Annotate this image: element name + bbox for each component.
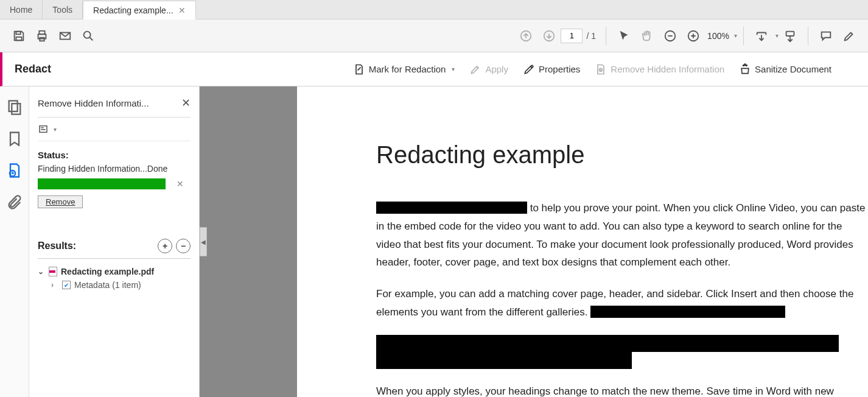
document-page: Redacting example to help you prove your… — [297, 86, 868, 397]
tree-metadata-row[interactable]: › ✔ Metadata (1 item) — [38, 278, 191, 292]
tab-home[interactable]: Home — [0, 1, 43, 19]
properties-button[interactable]: Properties — [523, 63, 580, 76]
remove-button[interactable]: Remove — [38, 195, 83, 208]
expand-all-icon[interactable]: + — [158, 239, 172, 253]
svg-point-12 — [531, 65, 533, 67]
cancel-icon[interactable]: ✕ — [177, 179, 184, 189]
mark-for-redaction-button[interactable]: Mark for Redaction ▾ — [353, 63, 455, 76]
chevron-down-icon[interactable]: ▾ — [734, 32, 737, 39]
highlight-icon[interactable] — [838, 24, 861, 47]
chevron-down-icon: ▾ — [54, 126, 57, 133]
page-up-icon[interactable] — [514, 24, 537, 47]
tab-tools[interactable]: Tools — [43, 1, 83, 19]
fit-width-icon[interactable] — [750, 24, 773, 47]
mail-icon[interactable] — [54, 24, 77, 47]
save-icon[interactable] — [7, 24, 30, 47]
svg-point-14 — [743, 65, 744, 66]
svg-rect-3 — [39, 30, 44, 34]
svg-rect-17 — [9, 101, 17, 112]
page-number-input[interactable] — [561, 29, 583, 43]
panel-options-button[interactable]: ▾ — [38, 118, 191, 141]
sanitize-document-button[interactable]: Sanitize Document — [739, 63, 831, 76]
hand-icon[interactable] — [635, 24, 659, 47]
scroll-mode-icon[interactable] — [779, 24, 802, 47]
close-icon[interactable]: ✕ — [178, 5, 186, 15]
document-title: Redacting example — [376, 141, 868, 169]
apply-button: Apply — [469, 63, 508, 76]
svg-rect-1 — [16, 37, 21, 40]
panel-title: Remove Hidden Informati... — [38, 98, 149, 108]
collapse-panel-icon[interactable]: ◀ — [200, 227, 207, 256]
remove-hidden-info-button: Remove Hidden Information — [595, 63, 724, 76]
tab-document-active[interactable]: Redacting example... ✕ — [83, 1, 196, 19]
chevron-down-icon: ▾ — [452, 66, 455, 72]
pdf-file-icon — [49, 267, 57, 276]
comment-icon[interactable] — [814, 24, 838, 47]
tree-file-row[interactable]: ⌄ Redacting example.pdf — [38, 265, 191, 278]
svg-rect-11 — [786, 31, 794, 35]
zoom-in-icon[interactable] — [682, 24, 705, 47]
redaction-mark — [376, 352, 632, 369]
document-paragraph: For example, you can add a matching cove… — [376, 285, 868, 321]
collapse-all-icon[interactable]: − — [176, 239, 191, 253]
document-paragraph: to help you prove your point. When you c… — [376, 199, 868, 272]
redaction-mark — [590, 306, 785, 318]
bookmark-icon[interactable] — [6, 130, 23, 147]
close-icon[interactable]: ✕ — [181, 96, 191, 110]
attachments-icon[interactable] — [6, 194, 23, 211]
redaction-mark — [376, 202, 527, 214]
svg-point-15 — [746, 65, 747, 66]
zoom-level[interactable]: 100% — [705, 31, 732, 41]
thumbnails-icon[interactable] — [6, 99, 23, 116]
redaction-mark — [376, 335, 839, 352]
page-down-icon[interactable] — [537, 24, 561, 47]
status-text: Finding Hidden Information...Done — [38, 164, 191, 174]
cursor-icon[interactable] — [612, 24, 635, 47]
svg-point-16 — [744, 63, 746, 65]
status-label: Status: — [38, 150, 191, 160]
svg-point-6 — [84, 31, 91, 38]
search-icon[interactable] — [77, 24, 100, 47]
svg-rect-0 — [16, 31, 20, 34]
document-paragraph: When you apply styles, your headings cha… — [376, 382, 868, 398]
redact-title: Redact — [2, 63, 51, 76]
results-label: Results: — [38, 241, 76, 251]
svg-rect-18 — [12, 104, 20, 114]
progress-bar — [38, 178, 166, 189]
print-icon[interactable] — [30, 24, 54, 47]
chevron-right-icon: › — [51, 281, 58, 289]
page-total-label: / 1 — [586, 31, 596, 41]
hidden-info-icon[interactable] — [6, 162, 23, 179]
chevron-down-icon: ⌄ — [38, 267, 45, 276]
checkbox-icon[interactable]: ✔ — [62, 281, 71, 289]
zoom-out-icon[interactable] — [659, 24, 682, 47]
